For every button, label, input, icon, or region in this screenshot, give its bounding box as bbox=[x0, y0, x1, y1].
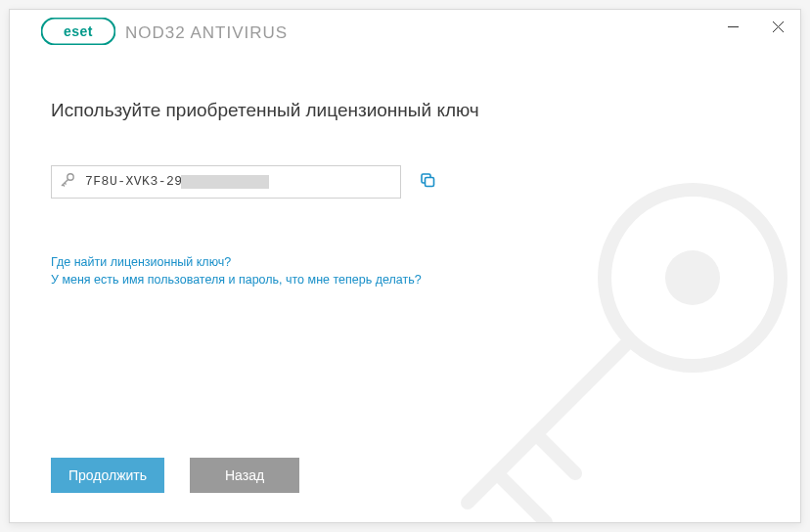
page-heading: Используйте приобретенный лицензионный к… bbox=[51, 98, 481, 124]
activation-window: eset NOD32 ANTIVIRUS Используйте приобре… bbox=[9, 9, 801, 523]
link-where-is-key[interactable]: Где найти лицензионный ключ? bbox=[51, 255, 231, 269]
close-icon bbox=[773, 22, 784, 32]
svg-text:eset: eset bbox=[64, 23, 93, 39]
eset-logo: eset bbox=[41, 18, 115, 49]
help-links: Где найти лицензионный ключ? У меня есть… bbox=[51, 253, 759, 290]
svg-point-4 bbox=[68, 173, 73, 179]
svg-rect-6 bbox=[426, 177, 434, 186]
back-button[interactable]: Назад bbox=[190, 458, 299, 493]
copy-button[interactable] bbox=[419, 171, 436, 193]
titlebar: eset NOD32 ANTIVIRUS bbox=[10, 10, 800, 57]
minimize-button[interactable] bbox=[710, 10, 755, 43]
minimize-icon bbox=[728, 22, 739, 32]
window-controls bbox=[710, 10, 800, 43]
footer-buttons: Продолжить Назад bbox=[51, 458, 299, 493]
product-name: NOD32 ANTIVIRUS bbox=[125, 23, 288, 43]
key-icon bbox=[60, 172, 75, 192]
license-key-visible-part: 7F8U-XVK3-29 bbox=[85, 174, 183, 189]
license-key-masked-part bbox=[181, 175, 269, 189]
copy-icon bbox=[419, 171, 436, 189]
license-input-row: 7F8U-XVK3-29 bbox=[51, 165, 759, 199]
license-key-field-wrap[interactable]: 7F8U-XVK3-29 bbox=[51, 165, 401, 199]
license-key-input[interactable]: 7F8U-XVK3-29 bbox=[85, 174, 392, 189]
continue-button[interactable]: Продолжить bbox=[51, 458, 164, 493]
link-have-credentials[interactable]: У меня есть имя пользователя и пароль, ч… bbox=[51, 273, 422, 287]
close-button[interactable] bbox=[755, 10, 800, 43]
